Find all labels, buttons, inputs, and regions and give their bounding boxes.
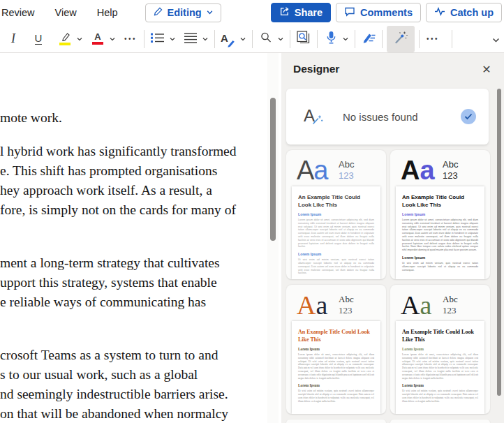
search-button[interactable] (257, 28, 275, 50)
menu-view[interactable]: View (55, 7, 77, 18)
formatting-toolbar: I U A ••• (0, 25, 504, 53)
status-text: No issues found (343, 111, 461, 123)
preview-body: Ut wisi enim ad minim veniam, quis nostr… (298, 389, 374, 403)
font-color-dropdown[interactable] (107, 28, 117, 50)
italic-button[interactable]: I (4, 28, 22, 50)
bullet-list-icon (151, 32, 165, 46)
design-card-6-partial[interactable] (390, 420, 490, 423)
more-toolbar-options-button[interactable]: ••• (424, 28, 442, 50)
dictate-dropdown[interactable] (340, 28, 350, 50)
font-color-button[interactable]: A (89, 28, 107, 50)
document-scrollbar-thumb[interactable] (270, 98, 276, 241)
check-circle-icon (461, 109, 476, 124)
design-preview-page: An Example Title Could Look Like This Lo… (292, 186, 380, 279)
font-preview-abc: Abc 123 (339, 159, 354, 181)
document-scrollbar-track[interactable] (267, 53, 279, 423)
preview-title: An Example Title Could Look Like This (298, 194, 371, 209)
editing-mode-dropdown[interactable]: Editing (145, 3, 221, 22)
search-icon (260, 31, 272, 47)
design-preview-page: An Example Title Could Look Like This Lo… (292, 321, 380, 414)
design-card-2[interactable]: Aa Abc 123 An Example Title Could Look L… (390, 150, 490, 279)
design-suggestions-grid: Aa Abc 123 An Example Title Could Look L… (286, 150, 490, 423)
collapse-ribbon-button[interactable] (491, 29, 501, 51)
search-dropdown[interactable] (275, 28, 286, 50)
share-icon (279, 6, 290, 19)
pages-search-icon (297, 31, 311, 47)
dictate-button[interactable] (322, 28, 340, 50)
preview-body: Lorem ipsum dolor sit amet, consectetuer… (298, 353, 374, 380)
designer-status-card: A No issues found (286, 89, 489, 144)
highlighter-icon (59, 32, 71, 45)
panel-title: Designer (293, 63, 339, 75)
font-preview-aa: Aa (297, 288, 327, 322)
toolbar-divider (252, 30, 253, 48)
comments-button[interactable]: Comments (336, 3, 421, 22)
bullet-list-dropdown[interactable] (167, 28, 177, 50)
preview-subheading: Lorem Ipsum (298, 212, 374, 216)
word-web-app: Review View Help Editing Share (0, 0, 504, 423)
font-preview-abc: Abc 123 (443, 294, 458, 316)
preview-body: Lorem ipsum dolor sit amet, consectetuer… (298, 218, 374, 248)
highlight-color-button[interactable] (56, 28, 74, 50)
line-spacing-dropdown[interactable] (200, 28, 210, 50)
comment-icon (344, 6, 355, 19)
toolbar-divider (382, 30, 383, 48)
design-check-icon: A (304, 106, 325, 127)
preview-title: An Example Title Could Look Like This (402, 194, 475, 209)
design-card-3[interactable]: Aa Abc 123 An Example Title Could Look L… (286, 285, 386, 414)
microphone-icon (326, 31, 336, 47)
designer-panel: Designer ✕ A No issues found (281, 53, 504, 423)
preview-subheading: Lorem Ipsum (298, 252, 374, 256)
font-preview-abc: Abc 123 (339, 294, 354, 316)
close-panel-button[interactable]: ✕ (478, 61, 495, 77)
font-preview-aa: Aa (297, 154, 328, 187)
doc-paragraph: l hybrid work has significantly transfor… (0, 142, 267, 220)
editor-button[interactable] (360, 28, 378, 50)
preview-body: Ut wisi enim ad minim veniam, quis nostr… (402, 262, 478, 272)
designer-button[interactable] (387, 26, 415, 52)
design-card-1[interactable]: Aa Abc 123 An Example Title Could Look L… (286, 150, 386, 279)
font-preview-abc: Abc 123 (443, 159, 458, 181)
design-card-5-partial[interactable] (286, 420, 386, 423)
preview-body: Ut wisi enim ad minim veniam, quis nostr… (298, 258, 374, 275)
font-preview-aa: Aa (401, 288, 431, 322)
doc-paragraph: mote work. (0, 108, 267, 128)
underline-icon: U (35, 33, 43, 45)
panel-scrollbar-thumb[interactable] (497, 89, 501, 396)
editor-pen-icon (362, 31, 376, 47)
content-area: mote work. l hybrid work has significant… (0, 53, 504, 423)
more-font-options-button[interactable]: ••• (121, 28, 140, 50)
highlight-color-dropdown[interactable] (74, 28, 84, 50)
styles-icon: A (221, 32, 236, 46)
bullet-list-button[interactable] (149, 28, 167, 50)
line-spacing-icon (184, 32, 197, 46)
navigation-pane-button[interactable] (295, 28, 313, 50)
design-card-4[interactable]: Aa Abc 123 An Example Title Could Look L… (390, 285, 490, 414)
toolbar-divider (214, 30, 215, 48)
preview-subheading: Lorem Ipsum (402, 212, 478, 216)
line-spacing-button[interactable] (181, 28, 200, 50)
preview-body: Lorem ipsum dolor sit amet, consectetuer… (402, 218, 478, 252)
toolbar-divider (290, 30, 290, 48)
font-preview-aa: Aa (401, 154, 435, 187)
preview-subheading: Lorem Ipsum (298, 347, 374, 351)
menu-help[interactable]: Help (97, 7, 118, 18)
preview-title: An Example Title Could Look Like This (298, 329, 371, 343)
toolbar-divider (419, 30, 420, 48)
design-preview-page: An Example Title Could Look Like This Lo… (396, 186, 484, 279)
catchup-label: Catch up (450, 7, 494, 18)
preview-subheading: Lorem Ipsum (402, 347, 478, 351)
styles-dropdown[interactable] (237, 28, 248, 50)
preview-title: An Example Title Could Look Like This (402, 329, 475, 343)
catch-up-button[interactable]: Catch up (426, 3, 502, 22)
share-label: Share (295, 7, 323, 18)
comments-label: Comments (360, 7, 413, 18)
underline-button[interactable]: U (29, 28, 47, 50)
document-canvas[interactable]: mote work. l hybrid work has significant… (0, 53, 267, 423)
menu-review[interactable]: Review (1, 7, 35, 18)
doc-paragraph: ment a long-term strategy that cultivate… (0, 253, 267, 312)
share-button[interactable]: Share (271, 3, 331, 22)
styles-button[interactable]: A (219, 28, 237, 50)
ellipsis-icon: ••• (427, 35, 439, 43)
toolbar-divider (317, 30, 318, 48)
